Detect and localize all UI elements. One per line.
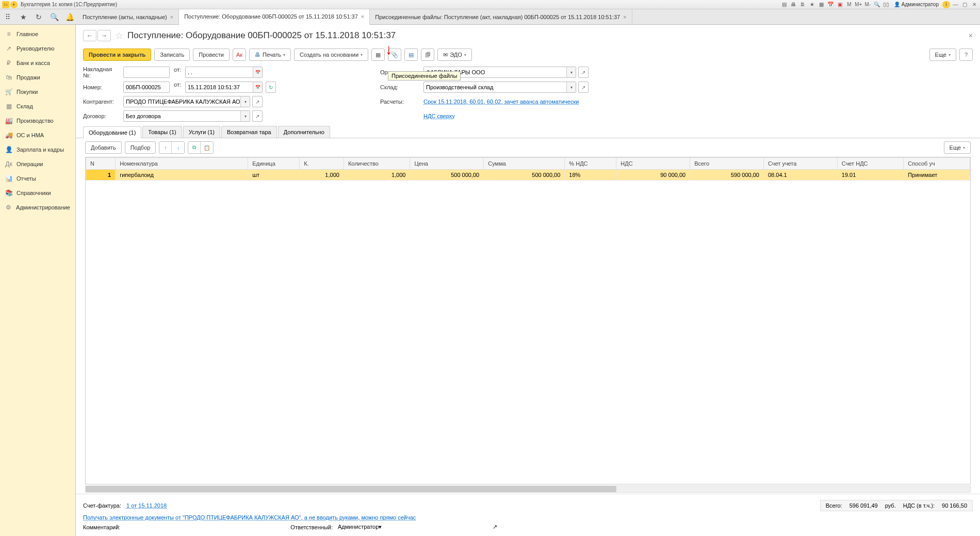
maximize-icon[interactable]: ▢ bbox=[961, 1, 969, 8]
add-button[interactable]: Добавить bbox=[85, 141, 122, 154]
sidebar-item-1[interactable]: ↗Руководителю bbox=[0, 41, 75, 56]
select-button[interactable]: Подбор bbox=[125, 141, 156, 154]
close-tab-icon[interactable]: × bbox=[361, 13, 364, 20]
down-icon[interactable]: ↓ bbox=[172, 142, 184, 153]
col-header[interactable]: Способ уч bbox=[904, 158, 970, 170]
resp-open[interactable]: ↗ bbox=[493, 524, 497, 530]
scan-icon[interactable]: ▦ bbox=[371, 48, 385, 61]
col-header[interactable]: Всего bbox=[690, 158, 764, 170]
sidebar-item-9[interactable]: ДкОперации bbox=[0, 157, 75, 171]
org-open[interactable]: ↗ bbox=[578, 67, 589, 78]
m-icon[interactable]: M bbox=[845, 1, 853, 8]
detail-tab-4[interactable]: Дополнительно bbox=[278, 126, 330, 138]
app-menu-drop[interactable]: ▾ bbox=[10, 1, 18, 8]
date-input[interactable]: 15.11.2018 10:51:37📅 bbox=[185, 82, 263, 93]
save-button[interactable]: Записать bbox=[154, 48, 190, 61]
col-header[interactable]: Количество bbox=[344, 158, 410, 170]
history-icon[interactable]: ↻ bbox=[31, 9, 46, 24]
paste-icon[interactable]: 📋 bbox=[201, 142, 213, 153]
detail-tab-3[interactable]: Возвратная тара bbox=[221, 126, 277, 138]
minimize-icon[interactable]: — bbox=[952, 1, 959, 8]
close-window-icon[interactable]: ✕ bbox=[970, 1, 978, 8]
main-tab-1[interactable]: Поступление: Оборудование 00БП-000025 от… bbox=[179, 9, 370, 25]
col-header[interactable]: Счет учета bbox=[763, 158, 837, 170]
search-icon[interactable]: 🔍 bbox=[873, 1, 881, 8]
h-scrollbar[interactable] bbox=[85, 485, 971, 493]
sidebar-item-2[interactable]: ₽Банк и касса bbox=[0, 56, 75, 70]
star-icon[interactable]: ★ bbox=[15, 9, 31, 24]
edo-button[interactable]: ✉ ЭДО▾ bbox=[437, 48, 472, 61]
deal-open[interactable]: ↗ bbox=[252, 110, 263, 122]
create-based-button[interactable]: Создать на основании▾ bbox=[294, 48, 368, 61]
calendar-icon[interactable]: 📅 bbox=[827, 1, 835, 8]
tbl-more-button[interactable]: Еще▾ bbox=[944, 141, 971, 154]
sidebar-item-6[interactable]: 🏭Производство bbox=[0, 113, 75, 128]
col-header[interactable]: % НДС bbox=[565, 158, 616, 170]
sidebar-item-12[interactable]: ⚙Администрирование bbox=[0, 200, 75, 215]
sf-link[interactable]: 1 от 15.11.2018 bbox=[126, 502, 167, 509]
attach-icon[interactable]: 📎 bbox=[388, 48, 401, 61]
user-label[interactable]: 👤Администратор bbox=[894, 2, 939, 7]
col-header[interactable]: Номенклатура bbox=[116, 158, 248, 170]
m-minus-icon[interactable]: M- bbox=[864, 1, 872, 8]
windows-icon[interactable]: ▯▯ bbox=[883, 1, 890, 8]
list-icon[interactable]: ▤ bbox=[404, 48, 418, 61]
col-header[interactable]: N bbox=[86, 158, 116, 170]
copy-icon[interactable]: ⧉ bbox=[188, 142, 201, 153]
doc-icon[interactable]: 🗎 bbox=[799, 1, 807, 8]
sys-icon[interactable]: ▤ bbox=[780, 1, 788, 8]
sidebar-item-10[interactable]: 📊Отчеты bbox=[0, 171, 75, 186]
deal-input[interactable]: Без договора▾ bbox=[123, 110, 250, 122]
detail-tab-1[interactable]: Товары (1) bbox=[142, 126, 182, 138]
info-icon[interactable]: i bbox=[942, 1, 950, 8]
copy-doc-icon[interactable]: 🗐 bbox=[421, 48, 434, 61]
print-icon[interactable]: 🖶 bbox=[790, 1, 797, 8]
sidebar-item-4[interactable]: 🛒Покупки bbox=[0, 85, 75, 99]
col-header[interactable]: НДС bbox=[616, 158, 690, 170]
search-tool-icon[interactable]: 🔍 bbox=[46, 9, 62, 24]
col-header[interactable]: Единица bbox=[248, 158, 300, 170]
main-tab-0[interactable]: Поступление (акты, накладные)× bbox=[77, 9, 179, 24]
m-plus-icon[interactable]: M+ bbox=[855, 1, 862, 8]
col-header[interactable]: Счет НДС bbox=[837, 158, 904, 170]
sidebar-item-0[interactable]: ≡Главное bbox=[0, 27, 75, 41]
favorites-icon[interactable]: ★ bbox=[808, 1, 816, 8]
sidebar-item-3[interactable]: 🛍Продажи bbox=[0, 70, 75, 85]
nav-fwd[interactable]: → bbox=[97, 30, 111, 41]
detail-tab-0[interactable]: Оборудование (1) bbox=[83, 126, 141, 138]
post-close-button[interactable]: Провести и закрыть bbox=[83, 48, 151, 61]
data-grid[interactable]: NНоменклатураЕдиницаК.КоличествоЦенаСумм… bbox=[85, 157, 971, 484]
more-button[interactable]: Еще▾ bbox=[929, 48, 956, 61]
sidebar-item-11[interactable]: 📚Справочники bbox=[0, 186, 75, 200]
calc-link[interactable]: Срок 15.11.2018, 60.01, 60.02, зачет ава… bbox=[423, 99, 589, 105]
sidebar-item-5[interactable]: ▦Склад bbox=[0, 99, 75, 113]
num-input[interactable]: 00БП-000025 bbox=[123, 82, 170, 93]
close-tab-icon[interactable]: × bbox=[170, 14, 173, 20]
wh-input[interactable]: Производственный склад▾ bbox=[423, 82, 576, 93]
close-icon[interactable]: × bbox=[969, 31, 973, 40]
nav-back[interactable]: ← bbox=[83, 30, 96, 41]
help-icon[interactable]: ? bbox=[959, 48, 973, 61]
date-icon[interactable]: ▣ bbox=[836, 1, 844, 8]
detail-tab-2[interactable]: Услуги (1) bbox=[183, 126, 220, 138]
print-button[interactable]: 🖶Печать▾ bbox=[249, 48, 291, 61]
resp-input[interactable]: Администратор▾ bbox=[338, 524, 487, 530]
sidebar-item-7[interactable]: 🚚ОС и НМА bbox=[0, 128, 75, 142]
apps-icon[interactable]: ⠿ bbox=[0, 9, 15, 24]
refresh-icon[interactable]: ↻ bbox=[266, 82, 276, 93]
close-tab-icon[interactable]: × bbox=[623, 14, 626, 20]
invoice-num-input[interactable] bbox=[123, 67, 170, 78]
col-header[interactable]: Цена bbox=[410, 158, 484, 170]
invoice-date-input[interactable]: . .📅 bbox=[185, 67, 263, 78]
up-icon[interactable]: ↑ bbox=[159, 142, 172, 153]
main-tab-2[interactable]: Присоединенные файлы: Поступление (акт, … bbox=[370, 9, 632, 24]
bell-icon[interactable]: 🔔 bbox=[62, 9, 77, 24]
wh-open[interactable]: ↗ bbox=[578, 82, 589, 93]
favorite-star-icon[interactable]: ☆ bbox=[115, 30, 123, 41]
post-button[interactable]: Провести bbox=[193, 48, 230, 61]
promo-link[interactable]: Получать электронные документы от "ПРОДО… bbox=[83, 514, 416, 521]
dk-icon[interactable]: Ак bbox=[233, 48, 246, 61]
col-header[interactable]: К. bbox=[300, 158, 344, 170]
contr-input[interactable]: ПРОДО ПТИЦЕФАБРИКА КАЛУЖСКАЯ АО▾ bbox=[123, 96, 250, 107]
vat-link[interactable]: НДС сверху bbox=[423, 113, 589, 119]
